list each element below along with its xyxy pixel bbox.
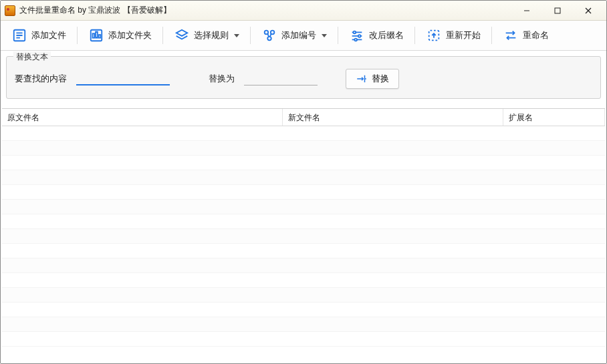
window-controls — [511, 1, 604, 20]
titlebar: 文件批量重命名 by 宝鼎波波 【吾爱破解】 — [1, 1, 606, 21]
add-files-label: 添加文件 — [31, 29, 66, 41]
table-row[interactable] — [2, 273, 605, 288]
replace-input[interactable] — [244, 72, 318, 85]
change-ext-button[interactable]: 改后缀名 — [344, 25, 409, 46]
window-title: 文件批量重命名 by 宝鼎波波 【吾爱破解】 — [19, 5, 511, 16]
svg-point-23 — [354, 39, 357, 41]
table-row[interactable] — [2, 332, 605, 347]
table-row[interactable] — [2, 126, 605, 141]
svg-point-21 — [358, 35, 361, 37]
svg-point-19 — [354, 31, 356, 34]
svg-line-16 — [267, 33, 269, 37]
rename-icon — [503, 27, 519, 43]
table-row[interactable] — [2, 200, 605, 214]
table-row[interactable] — [2, 303, 605, 317]
toolbar: 添加文件 添加文件夹 选择规则 添加编号 改后缀名 重新开始 — [1, 21, 606, 51]
separator — [414, 27, 415, 44]
svg-rect-10 — [96, 32, 98, 38]
table-row[interactable] — [2, 185, 605, 200]
add-number-icon — [261, 27, 277, 43]
svg-point-15 — [267, 37, 271, 41]
column-new[interactable]: 新文件名 — [283, 109, 503, 126]
svg-rect-11 — [99, 35, 101, 38]
app-icon — [5, 5, 15, 16]
column-ext[interactable]: 扩展名 — [503, 109, 605, 126]
replace-button-label: 替换 — [372, 73, 389, 85]
change-ext-label: 改后缀名 — [369, 29, 404, 41]
replace-with-label: 替换为 — [209, 73, 235, 85]
table-row[interactable] — [2, 170, 605, 185]
column-original[interactable]: 原文件名 — [2, 109, 283, 126]
maximize-button[interactable] — [542, 1, 573, 20]
table-row[interactable] — [2, 156, 605, 170]
svg-line-17 — [270, 33, 271, 37]
search-label: 要查找的内容 — [15, 73, 67, 85]
svg-marker-12 — [176, 30, 188, 36]
add-files-button[interactable]: 添加文件 — [6, 25, 72, 46]
table-row[interactable] — [2, 317, 605, 332]
table-row[interactable] — [2, 141, 605, 156]
add-folder-icon — [88, 27, 104, 43]
minimize-button[interactable] — [511, 1, 542, 20]
restart-button[interactable]: 重新开始 — [420, 25, 486, 46]
select-rule-button[interactable]: 选择规则 — [168, 25, 245, 46]
add-number-button[interactable]: 添加编号 — [256, 25, 332, 46]
rename-button[interactable]: 重命名 — [497, 25, 554, 46]
separator — [162, 27, 163, 44]
select-rule-icon — [174, 27, 190, 43]
grid-body — [2, 126, 605, 347]
table-row[interactable] — [2, 229, 605, 244]
add-number-label: 添加编号 — [281, 29, 316, 41]
table-row[interactable] — [2, 244, 605, 258]
table-row[interactable] — [2, 258, 605, 273]
file-grid: 原文件名 新文件名 扩展名 — [2, 108, 605, 347]
chevron-down-icon — [322, 34, 327, 37]
select-rule-label: 选择规则 — [194, 29, 229, 41]
add-folder-button[interactable]: 添加文件夹 — [83, 25, 157, 46]
replace-button[interactable]: 替换 — [346, 69, 399, 89]
add-files-icon — [11, 27, 27, 43]
separator — [250, 27, 251, 44]
close-button[interactable] — [573, 1, 604, 20]
svg-rect-1 — [555, 8, 560, 13]
restart-label: 重新开始 — [446, 29, 481, 41]
table-row[interactable] — [2, 214, 605, 229]
svg-rect-9 — [93, 33, 95, 37]
restart-icon — [426, 27, 442, 43]
replace-text-group: 替换文本 要查找的内容 替换为 替换 — [6, 56, 601, 99]
rename-label: 重命名 — [523, 29, 549, 41]
separator — [77, 27, 78, 44]
separator — [338, 27, 338, 44]
change-ext-icon — [349, 27, 365, 43]
chevron-down-icon — [234, 34, 239, 37]
add-folder-label: 添加文件夹 — [108, 29, 152, 41]
separator — [491, 27, 492, 44]
replace-icon — [356, 73, 368, 85]
table-row[interactable] — [2, 288, 605, 303]
grid-header: 原文件名 新文件名 扩展名 — [2, 109, 605, 126]
search-input[interactable] — [76, 72, 170, 85]
replace-group-legend: 替换文本 — [13, 51, 51, 63]
